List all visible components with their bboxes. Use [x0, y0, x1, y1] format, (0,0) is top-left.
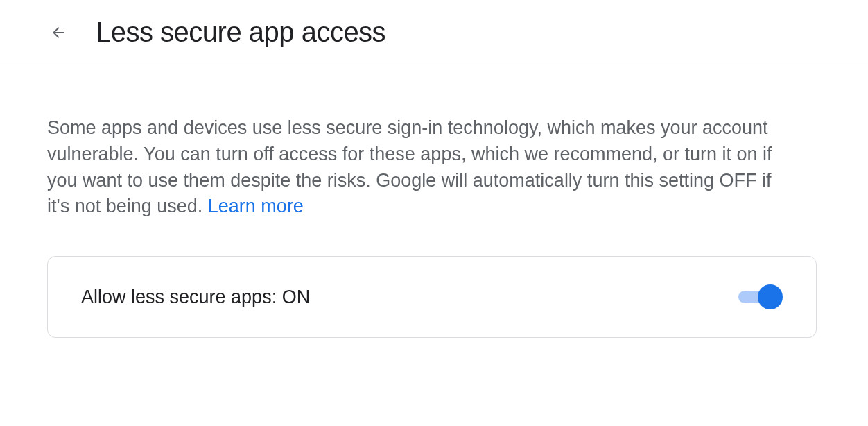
content-area: Some apps and devices use less secure si… [0, 65, 868, 338]
back-arrow-icon[interactable] [50, 24, 67, 41]
learn-more-link[interactable]: Learn more [208, 196, 304, 216]
description-text: Some apps and devices use less secure si… [47, 115, 782, 220]
allow-less-secure-apps-label: Allow less secure apps: ON [81, 287, 310, 308]
page-header: Less secure app access [0, 0, 868, 65]
page-title: Less secure app access [96, 17, 385, 48]
allow-less-secure-apps-toggle[interactable] [738, 284, 783, 309]
description-body: Some apps and devices use less secure si… [47, 117, 772, 216]
toggle-thumb [758, 284, 783, 309]
setting-card: Allow less secure apps: ON [47, 256, 817, 338]
